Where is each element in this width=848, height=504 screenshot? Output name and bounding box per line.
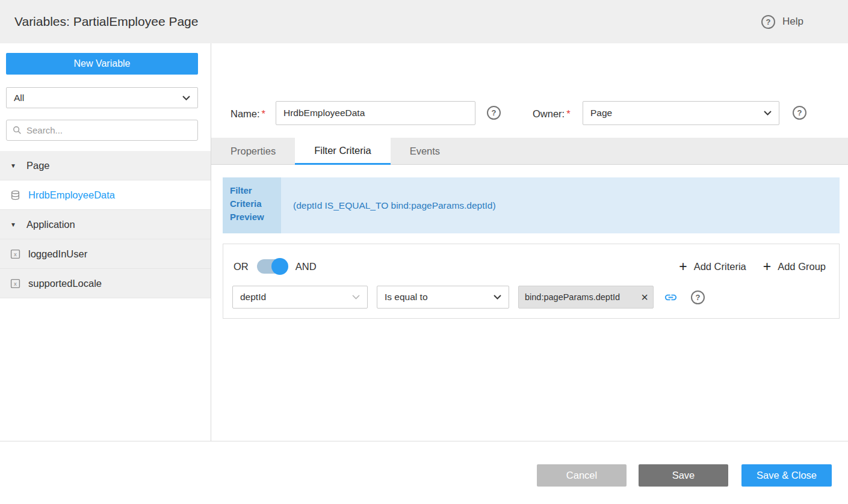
sidebar-item-hrdbemployeedata[interactable]: HrdbEmployeeData xyxy=(0,180,211,210)
condition-value: Is equal to xyxy=(385,292,428,303)
variable-editor: Name:* ? Owner:* Page ? Type: Database C… xyxy=(211,43,848,441)
chevron-down-icon xyxy=(494,295,501,300)
variable-scope-value: All xyxy=(14,93,24,103)
add-criteria-button[interactable]: + Add Criteria xyxy=(679,260,746,272)
editor-tabs: Properties Filter Criteria Events xyxy=(211,138,848,165)
column-value: deptId xyxy=(240,292,266,303)
chevron-down-icon xyxy=(182,96,190,100)
search-icon xyxy=(13,126,22,135)
column-select[interactable]: deptId xyxy=(232,286,368,309)
and-label: AND xyxy=(296,261,317,272)
tree-item-label: loggedInUser xyxy=(28,248,87,260)
tree-item-label: supportedLocale xyxy=(28,278,102,289)
page-title: Variables: PartialEmployee Page xyxy=(14,14,198,29)
variables-dialog: Variables: PartialEmployee Page ? Help N… xyxy=(0,0,848,504)
triangle-down-icon: ▼ xyxy=(10,221,19,228)
dialog-footer: Cancel Save Save & Close xyxy=(0,441,848,504)
static-variable-icon: x xyxy=(10,249,20,259)
help-label: Help xyxy=(782,16,803,28)
plus-icon: + xyxy=(763,260,771,272)
search-box xyxy=(6,120,198,141)
value-chip-text: bind:pageParams.deptId xyxy=(525,292,620,302)
criteria-panel: OR AND + Add Criteria + Add Group xyxy=(223,244,840,319)
or-label: OR xyxy=(234,261,249,272)
preview-label: Filter Criteria Preview xyxy=(223,177,281,233)
dialog-header: Variables: PartialEmployee Page ? Help xyxy=(0,0,848,43)
toggle-knob xyxy=(271,258,288,275)
preview-text: (deptId IS_EQUAL_TO bind:pageParams.dept… xyxy=(281,177,840,233)
save-close-button[interactable]: Save & Close xyxy=(741,464,832,487)
cancel-button[interactable]: Cancel xyxy=(537,464,627,487)
tab-events[interactable]: Events xyxy=(391,138,459,165)
name-input[interactable] xyxy=(276,101,475,125)
tree-item-label: HrdbEmployeeData xyxy=(28,189,115,201)
variable-scope-select[interactable]: All xyxy=(6,87,198,108)
static-variable-icon: x xyxy=(10,278,20,289)
owner-select[interactable]: Page xyxy=(583,101,779,125)
owner-label: Owner:* xyxy=(533,106,571,121)
add-links: + Add Criteria + Add Group xyxy=(679,260,826,272)
filter-criteria-preview: Filter Criteria Preview (deptId IS_EQUAL… xyxy=(223,177,840,233)
criteria-toolbar: OR AND + Add Criteria + Add Group xyxy=(234,257,826,275)
value-chip[interactable]: bind:pageParams.deptId × xyxy=(518,286,654,309)
required-marker: * xyxy=(566,108,570,119)
sidebar-item-loggedinuser[interactable]: x loggedInUser xyxy=(0,239,211,269)
new-variable-button[interactable]: New Variable xyxy=(6,53,198,75)
sidebar-item-page[interactable]: ▼ Page xyxy=(0,151,211,180)
help-button[interactable]: ? Help xyxy=(761,15,803,29)
name-label: Name:* xyxy=(231,106,265,121)
sidebar-item-application[interactable]: ▼ Application xyxy=(0,210,211,239)
triangle-down-icon: ▼ xyxy=(10,162,19,169)
tree-item-label: Application xyxy=(26,219,75,230)
sidebar-item-supportedlocale[interactable]: x supportedLocale xyxy=(0,269,211,298)
variables-tree: ▼ Page HrdbEmployeeData ▼ Application x … xyxy=(0,151,211,298)
search-input[interactable] xyxy=(26,125,191,135)
condition-select[interactable]: Is equal to xyxy=(377,286,509,309)
close-icon[interactable]: × xyxy=(641,291,648,303)
owner-value: Page xyxy=(590,108,612,118)
owner-help-icon[interactable]: ? xyxy=(793,106,806,120)
bind-link-button[interactable] xyxy=(664,290,678,304)
svg-text:x: x xyxy=(14,280,17,287)
name-help-icon[interactable]: ? xyxy=(487,106,501,120)
chevron-down-icon xyxy=(764,111,772,115)
svg-text:x: x xyxy=(14,251,17,257)
help-icon: ? xyxy=(761,15,775,29)
add-group-button[interactable]: + Add Group xyxy=(763,260,826,272)
plus-icon: + xyxy=(679,260,687,272)
variables-sidebar: New Variable All ▼ Page HrdbEmployeeData… xyxy=(0,43,211,441)
link-icon xyxy=(664,290,678,304)
criteria-help-icon[interactable]: ? xyxy=(691,290,705,304)
tab-filter-criteria[interactable]: Filter Criteria xyxy=(295,138,390,165)
tab-properties[interactable]: Properties xyxy=(211,138,295,165)
database-icon xyxy=(10,190,20,200)
tree-item-label: Page xyxy=(26,160,50,171)
required-marker: * xyxy=(262,108,265,119)
criteria-row: deptId Is equal to bind:pageParams.deptI… xyxy=(232,286,705,309)
chevron-down-icon xyxy=(352,295,360,300)
or-and-toggle[interactable] xyxy=(257,259,287,274)
save-button[interactable]: Save xyxy=(639,464,728,487)
